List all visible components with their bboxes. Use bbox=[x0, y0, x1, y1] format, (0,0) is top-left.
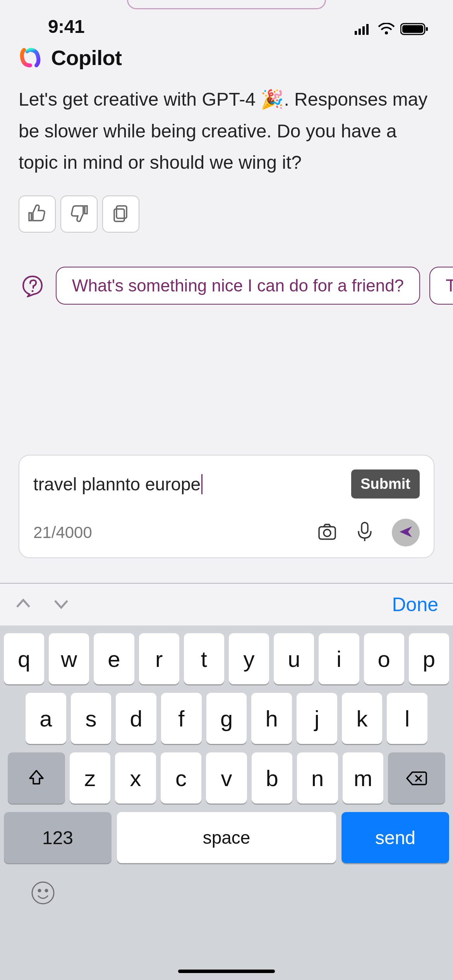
svg-point-16 bbox=[38, 889, 41, 892]
svg-point-4 bbox=[385, 31, 388, 34]
send-icon bbox=[398, 524, 414, 541]
text-cursor bbox=[201, 474, 202, 494]
submit-button[interactable]: Submit bbox=[351, 469, 420, 499]
wifi-icon bbox=[378, 23, 395, 37]
svg-point-15 bbox=[32, 882, 54, 904]
shift-icon bbox=[27, 765, 45, 791]
thumbs-down-icon bbox=[69, 204, 89, 224]
svg-rect-8 bbox=[117, 206, 127, 218]
key-row-3: z x c v b n m bbox=[4, 752, 449, 804]
status-time: 9:41 bbox=[24, 16, 84, 37]
party-emoji: 🎉 bbox=[261, 89, 284, 110]
dynamic-island-outline bbox=[127, 0, 326, 9]
key-k[interactable]: k bbox=[342, 693, 383, 744]
key-t[interactable]: t bbox=[184, 633, 224, 684]
key-p[interactable]: p bbox=[409, 633, 449, 684]
thumbs-up-button[interactable] bbox=[19, 195, 56, 233]
camera-button[interactable] bbox=[317, 521, 338, 544]
key-n[interactable]: n bbox=[297, 752, 338, 804]
key-a[interactable]: a bbox=[26, 693, 66, 744]
key-f[interactable]: f bbox=[161, 693, 202, 744]
shift-key[interactable] bbox=[8, 752, 65, 804]
key-b[interactable]: b bbox=[252, 752, 293, 804]
compose-input[interactable]: travel plannto europe bbox=[33, 474, 351, 495]
key-row-2: a s d f g h j k l bbox=[4, 693, 449, 744]
numbers-key[interactable]: 123 bbox=[4, 812, 112, 863]
key-s[interactable]: s bbox=[71, 693, 112, 744]
home-indicator[interactable] bbox=[178, 970, 275, 973]
svg-rect-7 bbox=[426, 27, 428, 31]
key-u[interactable]: u bbox=[274, 633, 314, 684]
key-row-4: 123 space send bbox=[4, 812, 449, 863]
key-l[interactable]: l bbox=[387, 693, 427, 744]
battery-icon bbox=[400, 22, 429, 37]
prev-field-button[interactable] bbox=[15, 595, 32, 614]
key-c[interactable]: c bbox=[161, 752, 202, 804]
key-row-1: q w e r t y u i o p bbox=[4, 633, 449, 684]
backspace-icon bbox=[406, 765, 427, 791]
key-q[interactable]: q bbox=[4, 633, 44, 684]
thumbs-down-button[interactable] bbox=[60, 195, 98, 233]
help-icon[interactable] bbox=[19, 272, 46, 300]
suggestion-chip-2[interactable]: Te bbox=[429, 267, 453, 305]
key-r[interactable]: r bbox=[139, 633, 179, 684]
assistant-message: Let's get creative with GPT-4 🎉. Respons… bbox=[0, 74, 453, 178]
message-text-pre: Let's get creative with GPT-4 bbox=[19, 89, 261, 110]
key-m[interactable]: m bbox=[343, 752, 384, 804]
svg-rect-11 bbox=[319, 527, 335, 539]
key-g[interactable]: g bbox=[206, 693, 247, 744]
key-v[interactable]: v bbox=[206, 752, 247, 804]
compose-box: travel plannto europe Submit 21/4000 bbox=[19, 455, 434, 558]
key-i[interactable]: i bbox=[319, 633, 359, 684]
key-x[interactable]: x bbox=[115, 752, 156, 804]
copilot-logo-icon bbox=[19, 46, 42, 69]
svg-point-10 bbox=[32, 290, 34, 292]
cellular-icon bbox=[355, 23, 372, 36]
svg-rect-13 bbox=[362, 523, 368, 533]
space-key[interactable]: space bbox=[117, 812, 336, 863]
app-title: Copilot bbox=[51, 46, 122, 70]
feedback-row bbox=[0, 178, 453, 233]
svg-rect-9 bbox=[114, 209, 124, 221]
copy-icon bbox=[111, 204, 130, 224]
svg-point-17 bbox=[45, 889, 48, 892]
keyboard: q w e r t y u i o p a s d f g h j k l z bbox=[0, 625, 453, 980]
svg-rect-0 bbox=[355, 31, 357, 35]
keyboard-toolbar: Done bbox=[0, 583, 453, 625]
svg-point-12 bbox=[324, 529, 331, 536]
backspace-key[interactable] bbox=[388, 752, 445, 804]
done-button[interactable]: Done bbox=[392, 593, 438, 616]
emoji-key[interactable] bbox=[30, 880, 56, 907]
mic-button[interactable] bbox=[355, 521, 374, 544]
key-w[interactable]: w bbox=[49, 633, 89, 684]
suggestion-chip-1[interactable]: What's something nice I can do for a fri… bbox=[56, 267, 420, 305]
app-header: Copilot bbox=[0, 39, 453, 74]
key-z[interactable]: z bbox=[70, 752, 111, 804]
svg-rect-1 bbox=[359, 29, 361, 35]
svg-rect-3 bbox=[366, 24, 369, 35]
key-d[interactable]: d bbox=[116, 693, 156, 744]
key-y[interactable]: y bbox=[229, 633, 269, 684]
suggestions-row: What's something nice I can do for a fri… bbox=[0, 233, 453, 305]
svg-rect-6 bbox=[402, 25, 423, 33]
thumbs-up-icon bbox=[27, 204, 47, 224]
copy-button[interactable] bbox=[102, 195, 139, 233]
key-o[interactable]: o bbox=[364, 633, 404, 684]
char-counter: 21/4000 bbox=[33, 523, 92, 542]
key-e[interactable]: e bbox=[94, 633, 134, 684]
send-button[interactable] bbox=[392, 519, 420, 547]
status-icons bbox=[355, 22, 429, 37]
keyboard-send-key[interactable]: send bbox=[341, 812, 449, 863]
svg-rect-2 bbox=[362, 26, 365, 35]
key-j[interactable]: j bbox=[297, 693, 337, 744]
next-field-button[interactable] bbox=[53, 595, 70, 614]
key-h[interactable]: h bbox=[251, 693, 292, 744]
compose-text: travel plannto europe bbox=[33, 474, 201, 495]
